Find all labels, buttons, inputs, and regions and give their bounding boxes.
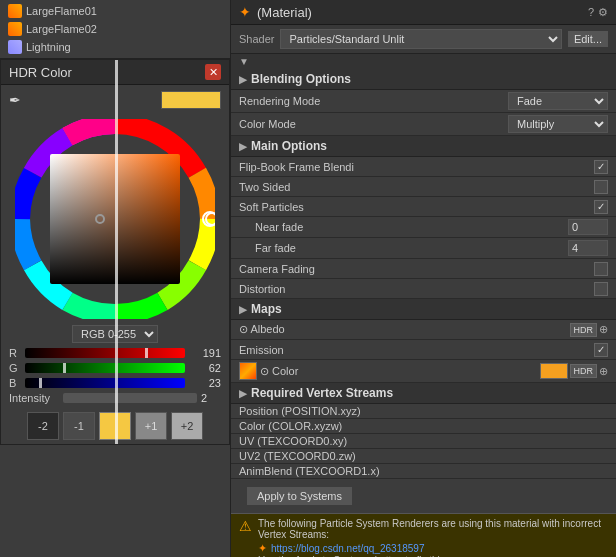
near-fade-input[interactable] xyxy=(568,219,608,235)
asset-item-largeflame02[interactable]: LargeFlame02 xyxy=(0,20,230,38)
albedo-row: ⊙ Albedo HDR ⊕ xyxy=(231,320,616,340)
rendering-mode-select[interactable]: Fade xyxy=(508,92,608,110)
r-value: 191 xyxy=(189,347,221,359)
asset-list: LargeFlame01 LargeFlame02 Lightning xyxy=(0,0,230,59)
near-fade-label: Near fade xyxy=(239,221,568,233)
warning-material-icon-row: ✦ https://blog.csdn.net/qq_26318597 xyxy=(258,542,608,555)
color-thumb xyxy=(239,362,257,380)
blending-options-header[interactable]: ▶ Blending Options xyxy=(231,69,616,90)
soft-particles-row: Soft Particles xyxy=(231,197,616,217)
b-value: 23 xyxy=(189,377,221,389)
material-icon: ✦ xyxy=(239,4,251,20)
maps-header[interactable]: ▶ Maps xyxy=(231,299,616,320)
eyedropper-icon[interactable]: ✒ xyxy=(9,92,21,108)
asset-item-largeflame01[interactable]: LargeFlame01 xyxy=(0,2,230,20)
near-fade-row: Near fade xyxy=(231,217,616,238)
hdr-badge-color: HDR xyxy=(570,364,598,378)
hdr-panel-title: HDR Color xyxy=(9,65,72,80)
intensity-value: 2 xyxy=(201,392,221,404)
edit-button[interactable]: Edit... xyxy=(568,31,608,47)
soft-particles-label: Soft Particles xyxy=(239,201,594,213)
swatch-plus1-btn[interactable]: +1 xyxy=(135,412,167,440)
vertex-streams-title: Required Vertex Streams xyxy=(251,386,393,400)
color-mode-label: Color Mode xyxy=(239,118,508,130)
stream-animblend: AnimBlend (TEXCOORD1.x) xyxy=(231,464,616,479)
emission-row: Emission xyxy=(231,340,616,360)
vertex-streams-header[interactable]: ▶ Required Vertex Streams xyxy=(231,383,616,404)
g-label: G xyxy=(9,362,21,374)
warning-link[interactable]: https://blog.csdn.net/qq_26318597 xyxy=(271,543,424,554)
main-options-header[interactable]: ▶ Main Options xyxy=(231,136,616,157)
color-preview[interactable] xyxy=(161,91,221,109)
color-pick-btn[interactable]: ⊕ xyxy=(599,365,608,378)
r-label: R xyxy=(9,347,21,359)
swatch-plus2-btn[interactable]: +2 xyxy=(171,412,203,440)
close-button[interactable]: ✕ xyxy=(205,64,221,80)
camera-fading-row: Camera Fading xyxy=(231,259,616,279)
far-fade-input[interactable] xyxy=(568,240,608,256)
stream-uv: UV (TEXCOORD0.xy) xyxy=(231,434,616,449)
main-options-title: Main Options xyxy=(251,139,327,153)
emission-label: Emission xyxy=(239,344,594,356)
albedo-pick-btn[interactable]: ⊕ xyxy=(599,323,608,336)
color-label: ⊙ Color xyxy=(260,365,540,378)
warning-icon: ⚠ xyxy=(239,518,252,534)
stream-color: Color (COLOR.xyzw) xyxy=(231,419,616,434)
apply-button[interactable]: Apply to Systems xyxy=(247,487,352,505)
warning-content: The following Particle System Renderers … xyxy=(258,518,608,557)
camera-fading-label: Camera Fading xyxy=(239,263,594,275)
rendering-mode-row: Rendering Mode Fade xyxy=(231,90,616,113)
swatch-minus1-btn[interactable]: -1 xyxy=(63,412,95,440)
hdr-color-panel: HDR Color ✕ ✒ xyxy=(0,59,230,445)
shader-label: Shader xyxy=(239,33,274,45)
shader-select[interactable]: Particles/Standard Unlit xyxy=(280,29,561,49)
color-mode-select[interactable]: Multiply xyxy=(508,115,608,133)
distortion-label: Distortion xyxy=(239,283,594,295)
expand-arrow[interactable]: ▼ xyxy=(231,54,616,69)
stream-uv2: UV2 (TEXCOORD0.zw) xyxy=(231,449,616,464)
maps-arrow-icon: ▶ xyxy=(239,304,247,315)
soft-particles-checkbox[interactable] xyxy=(594,200,608,214)
albedo-label: ⊙ Albedo xyxy=(239,323,570,336)
swatch-minus2-btn[interactable]: -2 xyxy=(27,412,59,440)
material-title: (Material) xyxy=(257,5,582,20)
g-slider-track[interactable] xyxy=(25,363,185,373)
lightning-icon xyxy=(8,40,22,54)
blending-options-title: Blending Options xyxy=(251,72,351,86)
blending-arrow-icon: ▶ xyxy=(239,74,247,85)
material-header: ✦ (Material) ? ⚙ xyxy=(231,0,616,25)
hdr-badge-albedo: HDR xyxy=(570,323,598,337)
asset-label: LargeFlame01 xyxy=(26,5,97,17)
distortion-checkbox[interactable] xyxy=(594,282,608,296)
color-row: ⊙ Color HDR ⊕ xyxy=(231,360,616,383)
flame-icon xyxy=(8,4,22,18)
material-small-icon: ✦ xyxy=(258,542,267,555)
distortion-row: Distortion xyxy=(231,279,616,299)
settings-button[interactable]: ⚙ xyxy=(598,6,608,19)
far-fade-label: Far fade xyxy=(239,242,568,254)
intensity-track[interactable] xyxy=(63,393,197,403)
color-swatch[interactable] xyxy=(540,363,568,379)
color-mode-row: Color Mode Multiply xyxy=(231,113,616,136)
two-sided-checkbox[interactable] xyxy=(594,180,608,194)
flipbook-row: Flip-Book Frame Blendi xyxy=(231,157,616,177)
apply-section: Apply to Systems xyxy=(231,479,616,513)
intensity-row: Intensity 2 xyxy=(9,392,221,404)
shader-row: Shader Particles/Standard Unlit Edit... xyxy=(231,25,616,54)
asset-label: LargeFlame02 xyxy=(26,23,97,35)
help-button[interactable]: ? xyxy=(588,6,594,19)
rendering-mode-label: Rendering Mode xyxy=(239,95,508,107)
b-slider-track[interactable] xyxy=(25,378,185,388)
flame-icon2 xyxy=(8,22,22,36)
asset-label: Lightning xyxy=(26,41,71,53)
maps-title: Maps xyxy=(251,302,282,316)
intensity-label: Intensity xyxy=(9,392,59,404)
camera-fading-checkbox[interactable] xyxy=(594,262,608,276)
asset-item-lightning[interactable]: Lightning xyxy=(0,38,230,56)
flipbook-label: Flip-Book Frame Blendi xyxy=(239,161,594,173)
r-slider-track[interactable] xyxy=(25,348,185,358)
flipbook-checkbox[interactable] xyxy=(594,160,608,174)
two-sided-label: Two Sided xyxy=(239,181,594,193)
warning-box: ⚠ The following Particle System Renderer… xyxy=(231,513,616,557)
emission-checkbox[interactable] xyxy=(594,343,608,357)
